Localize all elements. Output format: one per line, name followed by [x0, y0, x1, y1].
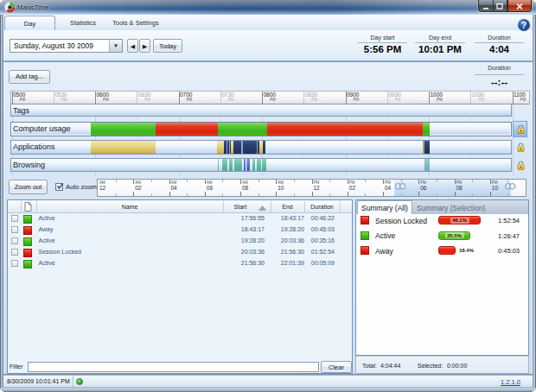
svg-text:?: ?: [521, 20, 526, 30]
